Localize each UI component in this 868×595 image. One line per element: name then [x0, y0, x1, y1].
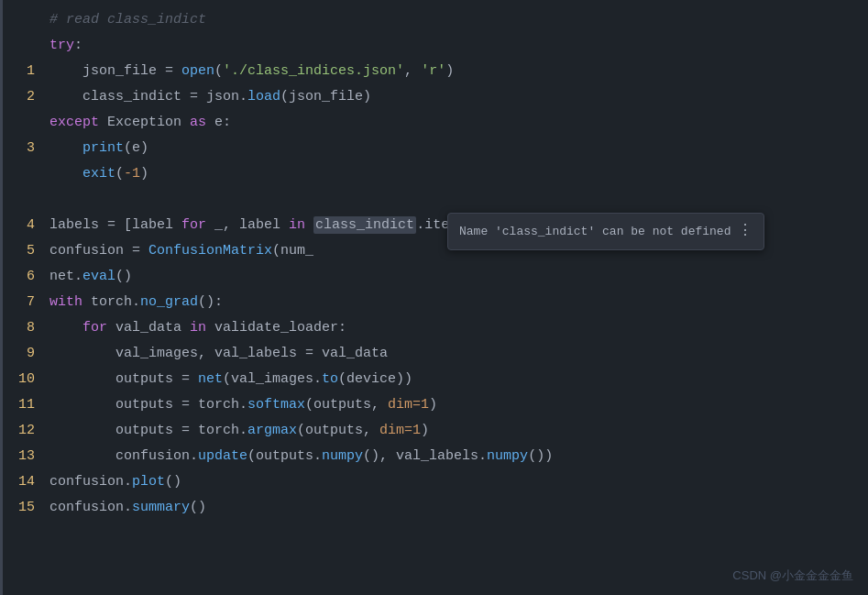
code-line-10: 10 outputs = net(val_images.to(device)) — [7, 367, 868, 392]
code-line-comment: # read class_indict — [7, 7, 868, 33]
watermark: CSDN @小金金金金鱼 — [732, 567, 853, 584]
line-8-content: for val_data in validate_loader: — [49, 316, 346, 340]
line-num-10: 10 — [7, 368, 35, 391]
line-14-content: confusion.plot() — [49, 470, 181, 494]
code-editor: # read class_indict try: 1 json_file = o… — [0, 0, 868, 595]
line-15-content: confusion.summary() — [49, 496, 206, 520]
except-line: except Exception as e: — [49, 111, 231, 135]
tooltip-container: Name 'class_indict' can be not defined ⋮ — [447, 213, 764, 250]
code-area: # read class_indict try: 1 json_file = o… — [0, 7, 868, 521]
line-11-content: outputs = torch.softmax(outputs, dim=1) — [49, 393, 437, 417]
exit-line: exit(-1) — [49, 162, 148, 186]
try-keyword: try: — [49, 34, 82, 58]
tooltip-message: Name 'class_indict' can be not defined — [459, 222, 731, 242]
line-4-content: labels = [label for _, label in class_in… — [49, 214, 490, 237]
code-line-try: try: — [7, 33, 868, 59]
code-line-2: 2 class_indict = json.load(json_file) — [7, 84, 868, 110]
line-10-content: outputs = net(val_images.to(device)) — [49, 368, 412, 391]
line-num-exit — [7, 162, 35, 186]
line-12-content: outputs = torch.argmax(outputs, dim=1) — [49, 419, 429, 443]
line-num-empty3 — [7, 188, 35, 212]
tooltip-box: Name 'class_indict' can be not defined ⋮ — [447, 213, 764, 250]
line-num-6: 6 — [7, 265, 35, 289]
code-line-9: 9 val_images, val_labels = val_data — [7, 341, 868, 367]
line-num-5: 5 — [7, 239, 35, 263]
line-7-content: with torch.no_grad(): — [49, 291, 223, 314]
empty-content — [49, 188, 58, 212]
code-line-7: 7 with torch.no_grad(): — [7, 290, 868, 315]
line-5-content: confusion = ConfusionMatrix(num_ — [49, 239, 313, 263]
line-num-14: 14 — [7, 470, 35, 494]
line-num-8: 8 — [7, 316, 35, 340]
line-num-3: 3 — [7, 137, 35, 160]
code-line-exit: exit(-1) — [7, 161, 868, 187]
left-border — [0, 0, 3, 595]
line-num-empty2 — [7, 34, 35, 58]
code-line-6: 6 net.eval() — [7, 264, 868, 290]
line-2-content: class_indict = json.load(json_file) — [49, 85, 371, 109]
code-line-15: 15 confusion.summary() — [7, 495, 868, 521]
line-num-12: 12 — [7, 419, 35, 443]
line-num-9: 9 — [7, 342, 35, 366]
line-num-15: 15 — [7, 496, 35, 520]
code-line-8: 8 for val_data in validate_loader: — [7, 315, 868, 341]
line-3-content: print(e) — [49, 137, 148, 160]
code-line-empty — [7, 187, 868, 213]
line-num-13: 13 — [7, 445, 35, 468]
line-num-except — [7, 111, 35, 135]
code-line-13: 13 confusion.update(outputs.numpy(), val… — [7, 444, 868, 469]
code-line-1: 1 json_file = open('./class_indices.json… — [7, 59, 868, 84]
line-num-2: 2 — [7, 85, 35, 109]
line-num-11: 11 — [7, 393, 35, 417]
line-9-content: val_images, val_labels = val_data — [49, 342, 388, 366]
code-line-4: 4 labels = [label for _, label in class_… — [7, 213, 868, 238]
code-line-14: 14 confusion.plot() — [7, 469, 868, 495]
line-num-7: 7 — [7, 291, 35, 314]
line-num-1: 1 — [7, 60, 35, 83]
tooltip-menu-icon[interactable]: ⋮ — [738, 219, 753, 244]
code-line-3: 3 print(e) — [7, 136, 868, 161]
line-num-empty — [7, 8, 35, 32]
line-6-content: net.eval() — [49, 265, 132, 289]
comment-line: # read class_indict — [49, 8, 206, 32]
code-line-11: 11 outputs = torch.softmax(outputs, dim=… — [7, 392, 868, 418]
code-line-12: 12 outputs = torch.argmax(outputs, dim=1… — [7, 418, 868, 444]
line-1-content: json_file = open('./class_indices.json',… — [49, 60, 454, 83]
code-line-except: except Exception as e: — [7, 110, 868, 136]
line-13-content: confusion.update(outputs.numpy(), val_la… — [49, 445, 553, 468]
line-num-4: 4 — [7, 214, 35, 237]
